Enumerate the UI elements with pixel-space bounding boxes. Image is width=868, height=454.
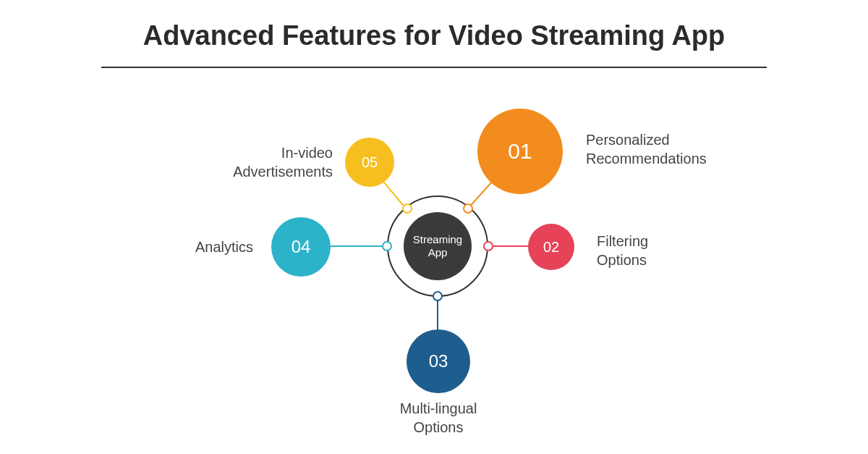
label-01: Personalized Recommendations <box>586 130 707 168</box>
label-05: In-video Advertisements <box>195 143 333 181</box>
ring-dot-04 <box>382 241 392 251</box>
bubble-05: 05 <box>345 138 394 187</box>
bubble-03-num: 03 <box>429 351 448 371</box>
hub-label: Streaming App <box>413 233 462 259</box>
hub-center: Streaming App <box>404 212 472 280</box>
title-divider <box>101 67 767 68</box>
label-02: Filtering Options <box>597 232 648 269</box>
ring-dot-03 <box>433 291 443 301</box>
bubble-03: 03 <box>407 329 470 393</box>
label-04: Analytics <box>145 237 253 256</box>
ring-dot-05 <box>402 203 412 214</box>
ring-dot-02 <box>483 241 493 251</box>
ring-dot-01 <box>463 203 473 214</box>
bubble-05-num: 05 <box>362 154 378 171</box>
bubble-01-num: 01 <box>508 139 532 164</box>
bubble-02-num: 02 <box>543 239 559 256</box>
bubble-04-num: 04 <box>292 237 311 257</box>
page-title: Advanced Features for Video Streaming Ap… <box>0 20 868 51</box>
bubble-02: 02 <box>528 224 574 270</box>
bubble-01: 01 <box>477 109 563 194</box>
bubble-04: 04 <box>271 217 331 277</box>
connector-04 <box>329 245 388 247</box>
diagram-canvas: Advanced Features for Video Streaming Ap… <box>0 0 868 454</box>
label-03: Multi-lingual Options <box>362 399 515 437</box>
